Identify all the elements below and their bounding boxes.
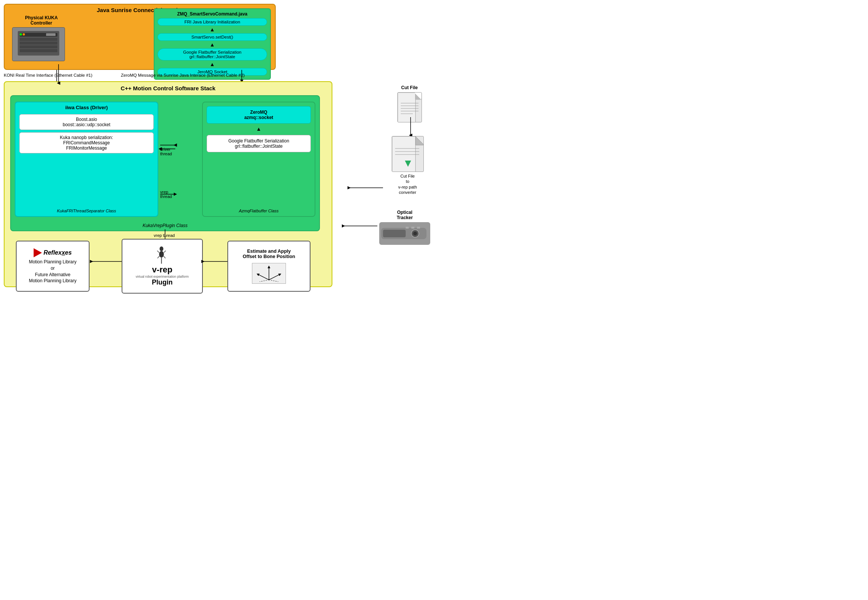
- optical-tracker-label: OpticalTracker: [377, 210, 432, 220]
- vrep-title: v-rep: [136, 265, 188, 275]
- converter-box: ▼ Cut Filetov-rep pathconverter: [383, 136, 432, 195]
- svg-rect-5: [20, 49, 57, 52]
- reflexes-to-vrep-arrow: [90, 258, 124, 265]
- cpp-box: C++ Motion Control Software Stack iiwa C…: [4, 81, 332, 287]
- reflexes-logo: Reflexxes: [34, 248, 72, 257]
- tracker-to-estimate-arrow: [341, 222, 379, 230]
- smartservo-pill: SmartServo.setDest(): [158, 33, 267, 41]
- svg-point-6: [20, 33, 22, 36]
- reflexes-box: Reflexxes Motion Planning Library or Fut…: [16, 241, 90, 292]
- svg-line-22: [164, 256, 166, 258]
- arrow1: ▲: [158, 27, 267, 32]
- cut-file-label: Cut File: [391, 85, 428, 90]
- svg-rect-52: [417, 227, 420, 229]
- svg-rect-4: [20, 45, 57, 48]
- svg-rect-8: [46, 33, 56, 36]
- converter-to-estimate-arrow: [347, 184, 385, 192]
- azmq-label: AzmqFlatbuffer Class: [239, 209, 278, 213]
- tracker-svg: [379, 222, 430, 245]
- zmq-title: ZMQ_SmartServoCommand.java: [158, 11, 267, 17]
- svg-rect-3: [20, 42, 57, 45]
- svg-point-7: [23, 33, 25, 36]
- svg-line-26: [269, 280, 278, 282]
- cut-file-icon: [397, 92, 422, 122]
- zeromq-label: ZeroMQ Message via Sunrise Java Interace…: [121, 73, 245, 77]
- gecko-icon: [157, 246, 166, 265]
- zeromq-socket-box: ZeroMQazmq::socket: [207, 106, 311, 124]
- kuka-controller-box: Physical KUKAController: [12, 15, 71, 61]
- cut-file-svg: [398, 93, 422, 122]
- svg-line-21: [158, 256, 160, 258]
- svg-rect-2: [20, 38, 57, 41]
- arrow3: ▲: [158, 62, 267, 67]
- azmq-box: ZeroMQazmq::socket ▲ Google Flatbuffer S…: [202, 102, 315, 217]
- main-container: Java Sunrise Connectivity Suite Physical…: [0, 0, 434, 300]
- svg-marker-32: [415, 93, 422, 99]
- estimate-to-vrep-arrow: [201, 258, 229, 265]
- tracker-image: [379, 222, 430, 245]
- azmq-flatbuffer-box: Google Flatbuffer Serializationgrl::flat…: [207, 135, 311, 152]
- svg-line-27: [260, 280, 269, 282]
- reflexes-logo-text: Reflexxes: [43, 249, 72, 256]
- svg-rect-47: [383, 230, 406, 237]
- iiwa-label: KukaFRIThreadSeparator Class: [57, 209, 116, 213]
- axes-svg: [252, 263, 286, 284]
- inner-arrow: ▲: [203, 126, 315, 132]
- optical-tracker-box: OpticalTracker: [377, 210, 432, 245]
- kuka-image: [12, 27, 65, 61]
- iiwa-box: iiwa Class (Driver) Boost.asioboost::asi…: [15, 102, 158, 217]
- vrep-thread-arrows: [158, 190, 177, 199]
- estimate-image: [252, 263, 286, 284]
- svg-rect-50: [406, 227, 409, 229]
- flatbuffer-pill: Google Flatbuffer Serializationgrl::flat…: [158, 48, 267, 60]
- svg-point-17: [159, 251, 164, 258]
- vrep-subtitle: virtual robot experimentation platform: [136, 275, 188, 278]
- converter-svg: ▼: [392, 136, 424, 172]
- svg-line-24: [258, 274, 269, 280]
- estimate-text: Estimate and ApplyOffset to Bone Positio…: [243, 249, 295, 259]
- svg-marker-40: [415, 136, 424, 145]
- boost-box: Boost.asioboost::asio::udp::socket: [19, 114, 154, 130]
- kuka-controller-label: Physical KUKAController: [12, 15, 71, 26]
- iiwa-title: iiwa Class (Driver): [15, 102, 158, 112]
- koni-label: KONI Real Time Interface (Ethernet Cable…: [4, 73, 93, 77]
- kuka-nanopb-box: Kuka nanopb serialization:FRICommandMess…: [19, 132, 154, 153]
- converter-label: Cut Filetov-rep pathconverter: [383, 173, 432, 195]
- java-sunrise-box: Java Sunrise Connectivity Suite Physical…: [4, 4, 276, 70]
- vrep-box: v-rep virtual robot experimentation plat…: [122, 239, 203, 294]
- kuka-vrep-box: iiwa Class (Driver) Boost.asioboost::asi…: [10, 95, 320, 231]
- svg-rect-51: [411, 227, 414, 229]
- svg-point-16: [160, 246, 164, 251]
- vrep-plugin: Plugin: [136, 278, 188, 286]
- cpp-title: C++ Motion Control Software Stack: [5, 82, 332, 93]
- svg-rect-30: [398, 93, 415, 122]
- reflexes-triangle-icon: [34, 248, 42, 257]
- reflexes-text: Motion Planning Library or Future Altern…: [29, 259, 76, 284]
- kuka-svg: [14, 29, 63, 59]
- svg-text:▼: ▼: [403, 157, 413, 169]
- svg-line-20: [164, 251, 166, 253]
- svg-point-49: [413, 232, 417, 235]
- fri-init-pill: FRI Java Library Initialization: [158, 18, 267, 26]
- driver-thread-arrows: [158, 141, 177, 153]
- estimate-box: Estimate and ApplyOffset to Bone Positio…: [227, 241, 310, 292]
- cut-file-box: Cut File: [391, 85, 428, 122]
- arrow2: ▲: [158, 42, 267, 47]
- svg-line-19: [157, 251, 159, 253]
- svg-line-23: [269, 274, 280, 280]
- converter-icon: ▼: [392, 136, 424, 172]
- zmq-box: ZMQ_SmartServoCommand.java FRI Java Libr…: [154, 8, 271, 80]
